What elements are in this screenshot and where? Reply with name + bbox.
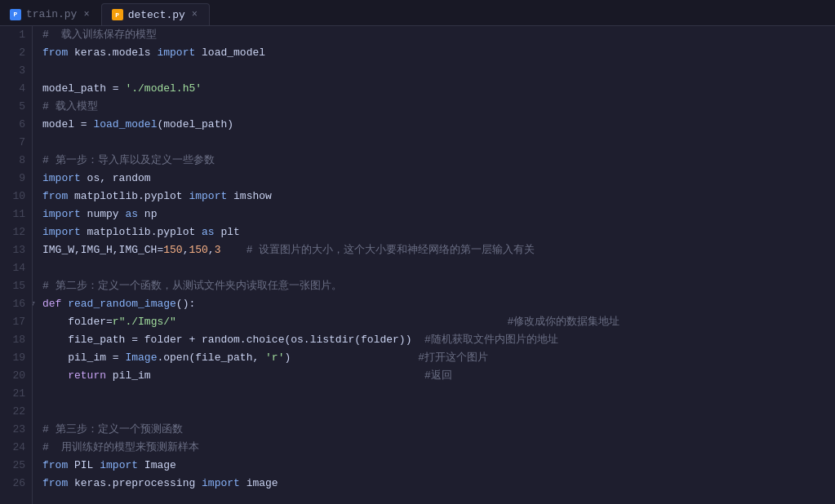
code-line-16: ▽ def read_random_image (): bbox=[42, 295, 835, 313]
line-num-10: 10 bbox=[7, 188, 25, 206]
tab-detect-py-close[interactable]: × bbox=[190, 8, 199, 21]
code-line-26: from keras.preprocessing import image bbox=[42, 475, 835, 493]
editor-area: 1 2 3 4 5 6 7 8 9 10 11 12 13 14 15 16 1… bbox=[0, 26, 835, 504]
line-num-7: 7 bbox=[7, 134, 25, 152]
line-num-12: 12 bbox=[7, 223, 25, 241]
line-num-25: 25 bbox=[7, 457, 25, 475]
code-line-9: import os, random bbox=[42, 170, 835, 188]
code-line-4: model_path = './model.h5' bbox=[42, 80, 835, 98]
code-line-18: file_path = folder + random.choice(os.li… bbox=[42, 331, 835, 349]
code-line-15: # 第二步：定义一个函数，从测试文件夹内读取任意一张图片。 bbox=[42, 277, 835, 295]
l2-from: from bbox=[42, 44, 68, 62]
code-line-14 bbox=[42, 259, 835, 277]
code-line-25: from PIL import Image bbox=[42, 457, 835, 475]
tab-train-py-label: train.py bbox=[26, 8, 77, 20]
tab-detect-py-label: detect.py bbox=[128, 9, 185, 21]
code-line-21 bbox=[42, 385, 835, 403]
code-line-11: import numpy as np bbox=[42, 206, 835, 223]
code-line-7 bbox=[42, 134, 835, 152]
code-line-5: # 载入模型 bbox=[42, 98, 835, 116]
code-line-8: # 第一步：导入库以及定义一些参数 bbox=[42, 152, 835, 170]
line-num-24: 24 bbox=[7, 439, 25, 457]
code-line-20: return pil_im #返回 bbox=[42, 367, 835, 385]
line-num-3: 3 bbox=[7, 62, 25, 80]
code-line-22 bbox=[42, 403, 835, 421]
line-num-8: 8 bbox=[7, 152, 25, 170]
line-num-20: 20 bbox=[7, 367, 25, 385]
tab-train-py-close[interactable]: × bbox=[82, 8, 91, 21]
line-num-5: 5 bbox=[7, 98, 25, 116]
code-line-3 bbox=[42, 62, 835, 80]
code-line-17: folder= r"./Imgs/" #修改成你的数据集地址 bbox=[42, 313, 835, 331]
tab-bar: P train.py × P detect.py × bbox=[0, 0, 835, 26]
code-line-2: from keras.models import load_model bbox=[42, 44, 835, 62]
code-line-1: # 载入训练保存的模型 bbox=[42, 26, 835, 44]
line-num-22: 22 bbox=[7, 403, 25, 421]
line-num-11: 11 bbox=[7, 206, 25, 223]
line-num-14: 14 bbox=[7, 259, 25, 277]
fold-icon-16: ▽ bbox=[33, 295, 35, 313]
tab-detect-py-icon: P bbox=[112, 9, 123, 20]
line-num-6: 6 bbox=[7, 116, 25, 134]
tab-train-py[interactable]: P train.py × bbox=[0, 3, 101, 25]
line-num-16: 16 bbox=[7, 295, 25, 313]
line-num-17: 17 bbox=[7, 313, 25, 331]
code-line-19: pil_im = Image .open(file_path, 'r' ) #打… bbox=[42, 349, 835, 367]
tab-train-py-icon: P bbox=[10, 9, 21, 20]
line-num-26: 26 bbox=[7, 475, 25, 493]
tab-detect-py[interactable]: P detect.py × bbox=[101, 3, 210, 25]
line-num-18: 18 bbox=[7, 331, 25, 349]
line-num-13: 13 bbox=[7, 241, 25, 259]
line-num-9: 9 bbox=[7, 170, 25, 188]
code-lines[interactable]: # 载入训练保存的模型 from keras.models import loa… bbox=[33, 26, 835, 504]
line-num-1: 1 bbox=[7, 26, 25, 44]
code-line-13: IMG_W,IMG_H,IMG_CH= 150 , 150 , 3 # 设置图片… bbox=[42, 241, 835, 259]
line-num-23: 23 bbox=[7, 421, 25, 439]
code-line-23: # 第三步：定义一个预测函数 bbox=[42, 421, 835, 439]
line-num-21: 21 bbox=[7, 385, 25, 403]
code-line-6: model = load_model (model_path) bbox=[42, 116, 835, 134]
code-line-10: from matplotlib.pyplot import imshow bbox=[42, 188, 835, 206]
line-num-15: 15 bbox=[7, 277, 25, 295]
line-num-4: 4 bbox=[7, 80, 25, 98]
line-num-2: 2 bbox=[7, 44, 25, 62]
line-num-19: 19 bbox=[7, 349, 25, 367]
line-numbers: 1 2 3 4 5 6 7 8 9 10 11 12 13 14 15 16 1… bbox=[0, 26, 33, 504]
code-line-12: import matplotlib.pyplot as plt bbox=[42, 223, 835, 241]
line1-comment: # 载入训练保存的模型 bbox=[42, 26, 157, 44]
code-line-24: # 用训练好的模型来预测新样本 bbox=[42, 439, 835, 457]
